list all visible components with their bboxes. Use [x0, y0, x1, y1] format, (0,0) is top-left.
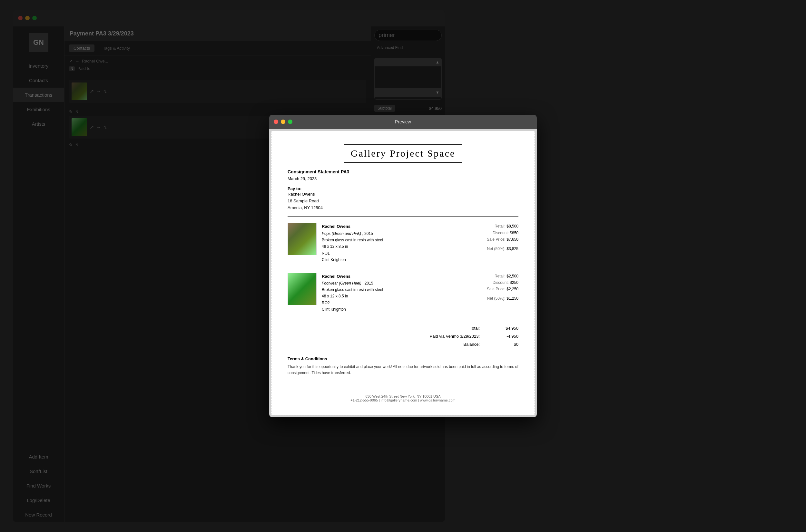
artwork-image-1	[287, 223, 317, 255]
item-2-retail-value: $2,500	[506, 274, 519, 279]
pay-to-details: Rachel Owens 18 Sample Road Amenia, NY 1…	[287, 191, 519, 211]
artwork-image-2	[287, 273, 317, 305]
invoice-date: March 29, 2023	[287, 176, 519, 181]
modal-overlay: Preview Gallery Project Space Consignmen…	[0, 0, 806, 532]
preview-minimize-button[interactable]	[281, 119, 285, 124]
item-2-discount-label: Discount:	[493, 280, 509, 285]
item-1-sale-price-value: $7,650	[506, 237, 519, 242]
item-1-title-year: Pops (Green and Pink) , 2015	[322, 230, 468, 237]
item-2-year-val: 2015	[364, 281, 373, 285]
item-1-ref: RO1	[322, 250, 468, 256]
item-2-title-year: Footwear (Green Heel) , 2015	[322, 280, 468, 286]
pay-to-name: Rachel Owens	[287, 192, 315, 196]
item-2-retail-label: Retail:	[494, 274, 506, 279]
item-1-discount-value: $850	[510, 231, 519, 235]
divider-1	[287, 216, 519, 216]
gallery-name-header: Gallery Project Space	[344, 144, 463, 163]
preview-maximize-button[interactable]	[288, 119, 293, 124]
preview-close-button[interactable]	[274, 119, 278, 124]
preview-titlebar: Preview	[269, 115, 537, 129]
item-2-sale-price-label: Sale Price:	[487, 287, 506, 291]
item-2-ref: RO2	[322, 300, 468, 306]
invoice-footer: 630 West 24th Street New York, NY 10001 …	[287, 389, 519, 402]
pay-to-label: Pay to:	[287, 186, 519, 191]
invoice-item-2: Rachel Owens Footwear (Green Heel) , 201…	[287, 273, 519, 313]
balance-row: Balance: $0	[287, 342, 519, 347]
item-2-sale-price-value: $2,250	[506, 287, 519, 291]
invoice-document: Gallery Project Space Consignment Statem…	[271, 131, 535, 415]
item-1-retail-value: $8,500	[506, 224, 519, 228]
total-row: Total: $4,950	[287, 326, 519, 330]
terms-title: Terms & Conditions	[287, 356, 519, 361]
preview-window: Preview Gallery Project Space Consignmen…	[269, 115, 537, 417]
item-2-artist: Rachel Owens	[322, 273, 468, 280]
invoice-item-1: Rachel Owens Pops (Green and Pink) , 201…	[287, 223, 519, 263]
preview-body[interactable]: Gallery Project Space Consignment Statem…	[269, 129, 537, 417]
pay-to-address2: Amenia, NY 12504	[287, 205, 323, 210]
item-1-net-label: Net (50%):	[487, 247, 506, 251]
statement-title: Consignment Statement PA3	[287, 169, 519, 174]
paid-row: Paid via Venmo 3/29/2023: -4,950	[287, 334, 519, 339]
footer-contact: +1-212-555-9065 | info@galleryname.com |…	[287, 398, 519, 402]
item-1-retail-label: Retail:	[494, 224, 506, 228]
item-2-details: Rachel Owens Footwear (Green Heel) , 201…	[322, 273, 468, 313]
paid-label: Paid via Venmo 3/29/2023:	[415, 334, 480, 339]
item-1-artist: Rachel Owens	[322, 223, 468, 230]
item-1-details: Rachel Owens Pops (Green and Pink) , 201…	[322, 223, 468, 263]
item-2-net-value: $1,250	[506, 296, 519, 301]
item-1-photographer: Clint Knighton	[322, 256, 468, 263]
footer-address: 630 West 24th Street New York, NY 10001 …	[287, 394, 519, 398]
preview-window-title: Preview	[395, 119, 411, 125]
item-1-sale-price-label: Sale Price:	[487, 237, 506, 242]
item-1-net-value: $3,825	[506, 247, 519, 251]
item-2-net-label: Net (50%):	[487, 296, 506, 301]
pay-to-address1: 18 Sample Road	[287, 198, 319, 203]
item-1-pricing: Retail: $8,500 Discount: $850 Sale Price…	[473, 223, 519, 252]
item-2-photographer: Clint Knighton	[322, 306, 468, 312]
item-2-pricing: Retail: $2,500 Discount: $250 Sale Price…	[473, 273, 519, 302]
item-1-year-val: 2015	[364, 231, 373, 236]
invoice-totals: Total: $4,950 Paid via Venmo 3/29/2023: …	[287, 323, 519, 347]
item-1-medium: Broken glass cast in resin with steel	[322, 237, 468, 243]
item-2-dimensions: 48 x 12 x 8.5 in	[322, 293, 468, 299]
item-1-dimensions: 48 x 12 x 8.5 in	[322, 243, 468, 250]
totals-label: Total:	[415, 326, 480, 330]
item-2-medium: Broken glass cast in resin with steel	[322, 286, 468, 293]
item-2-discount-value: $250	[510, 280, 519, 285]
item-1-title: Pops (Green and Pink)	[322, 231, 361, 236]
paid-value: -4,950	[493, 334, 519, 339]
item-2-title: Footwear (Green Heel)	[322, 281, 361, 285]
balance-doc-value: $0	[493, 342, 519, 347]
terms-text: Thank you for this opportunity to exhibi…	[287, 364, 519, 376]
item-2-year: ,	[362, 281, 364, 285]
balance-doc-label: Balance:	[415, 342, 480, 347]
invoice-terms: Terms & Conditions Thank you for this op…	[287, 356, 519, 376]
totals-value: $4,950	[493, 326, 519, 330]
item-1-discount-label: Discount:	[493, 231, 509, 235]
